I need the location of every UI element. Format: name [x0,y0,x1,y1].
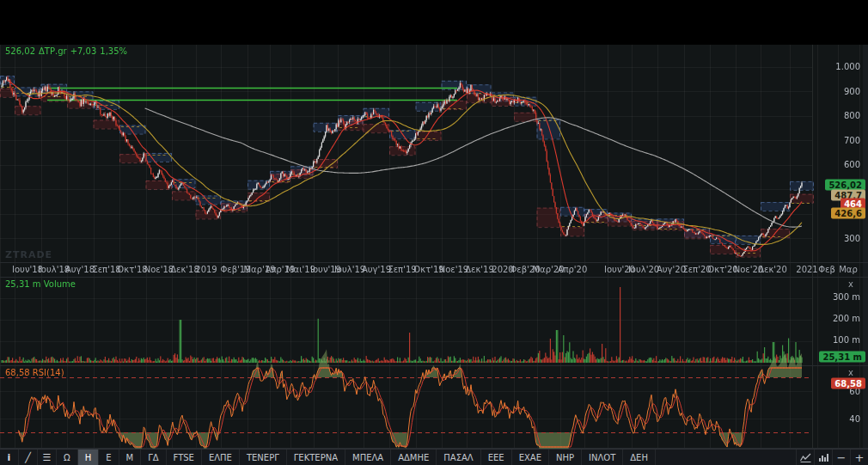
platform-watermark: ZTRADE [5,249,52,260]
rsi-axis-label: 40 [849,414,860,424]
ticker-tab-ΝΗΡ[interactable]: ΝΗΡ [549,450,582,465]
quote-change-pct: 1,35% [100,46,127,56]
price-axis-label: 1.000 [835,62,860,71]
ticker-tab-ΓΕΚΤΕΡΝΑ[interactable]: ΓΕΚΤΕΡΝΑ [287,450,345,465]
volume-axis-label: 300 m [833,292,860,302]
time-axis-tick: Δεκ'19 [465,265,494,274]
quote-change: +7,03 [70,46,97,56]
ticker-tab-FTSE[interactable]: FTSE [167,450,202,465]
time-axis-tick: Φεβ [818,265,835,274]
price-axis-badge: 426,6 [831,208,865,219]
rsi-axis-badge: 68,58 [831,378,865,389]
quote-line: 526,02ΔΤΡ.gr+7,031,35% [5,46,131,56]
ticker-tab-ΑΔΜΗΕ[interactable]: ΑΔΜΗΕ [391,450,437,465]
price-axis-label: 900 [844,87,860,96]
ticker-tab-ΓΔ[interactable]: ΓΔ [141,450,166,465]
price-axis-label: 300 [844,234,860,243]
ticker-tabs: ΩΗΕΜΓΔFTSEΕΛΠΕΤΕΝΕΡΓΓΕΚΤΕΡΝΑΜΠΕΛΑΑΔΜΗΕΠΑ… [57,450,656,465]
chart-style-icon[interactable] [796,450,814,465]
time-axis-tick: Οκτ'18 [117,265,147,274]
volume-value: 25,31 m [5,279,41,289]
time-axis-tick: Μαρ [839,265,858,274]
time-axis-tick: Αυγ'19 [362,265,391,274]
volume-indicator-label: 25,31 m Volume [5,279,76,289]
info-icon[interactable]: i [0,450,19,465]
volume-axis-badge: 25,31 m [819,352,865,363]
chart-canvas[interactable] [0,0,868,465]
ticker-tab-Μ[interactable]: Μ [119,450,142,465]
time-axis-tick: Αυγ'18 [65,265,95,274]
ticker-tab-ΤΕΝΕΡΓ[interactable]: ΤΕΝΕΡΓ [240,450,287,465]
time-axis-tick: Νοε'19 [439,265,468,274]
time-axis-tick: Σεπ'19 [388,265,416,274]
time-axis-tick: Ιουλ'20 [628,265,659,274]
price-axis-label: 800 [844,111,860,120]
time-axis-tick: Δεκ'20 [758,265,787,274]
ticker-tab-Η[interactable]: Η [78,450,100,465]
rsi-indicator-label: 68,58 RSI(14) [5,368,64,377]
ticker-tab-ΠΑΣΑΛ[interactable]: ΠΑΣΑΛ [437,450,480,465]
trendline-tool-icon[interactable]: ╱ [19,450,38,465]
price-axis-label: 600 [844,160,860,169]
ticker-tab-Ω[interactable]: Ω [57,450,78,465]
volume-axis-label: 100 m [833,335,860,345]
rsi-name: RSI(14) [33,368,64,377]
ticker-tab-ΕΧΑΕ[interactable]: ΕΧΑΕ [512,450,549,465]
volume-panel-close-button[interactable]: x [846,279,856,290]
time-axis-tick: Ιουλ'19 [334,265,365,274]
price-axis-label: 700 [844,136,860,145]
time-axis-tick: Νοε'18 [144,265,174,274]
zoom-out-button[interactable]: − [832,450,850,465]
volume-indicator-icon[interactable] [814,450,832,465]
toolbar-right-icons: − + [796,450,868,465]
rsi-panel-close-button[interactable]: x [846,368,856,378]
ticker-tab-ΕΛΠΕ[interactable]: ΕΛΠΕ [202,450,240,465]
volume-axis-label: 200 m [833,314,860,323]
watchlist-icon[interactable]: ☰ [38,450,57,465]
ticker-tab-ΙΝΛΟΤ[interactable]: ΙΝΛΟΤ [582,450,623,465]
bottom-toolbar: i╱☰ ΩΗΕΜΓΔFTSEΕΛΠΕΤΕΝΕΡΓΓΕΚΤΕΡΝΑΜΠΕΛΑΑΔΜ… [0,449,868,465]
trading-chart-app: 526,02ΔΤΡ.gr+7,031,35% ZTRADE 1.00090080… [0,0,868,465]
time-axis-tick: 2019 [195,265,217,274]
time-axis-tick: Απρ'20 [558,265,588,274]
quote-last-price: 526,02 [5,46,35,56]
ticker-tab-ΕΕΕ[interactable]: ΕΕΕ [481,450,512,465]
rsi-value: 68,58 [5,368,30,377]
time-axis-tick: 2021 [796,265,817,274]
time-axis-tick: Αυγ'20 [657,265,686,274]
volume-name: Volume [44,279,76,289]
ticker-tab-Ε[interactable]: Ε [99,450,119,465]
toolbar-left-icons: i╱☰ [0,450,57,465]
ticker-tab-ΜΠΕΛΑ[interactable]: ΜΠΕΛΑ [345,450,391,465]
zoom-in-button[interactable]: + [850,450,868,465]
quote-symbol: ΔΤΡ.gr [39,46,67,56]
ticker-tab-ΔΕΗ[interactable]: ΔΕΗ [623,450,656,465]
